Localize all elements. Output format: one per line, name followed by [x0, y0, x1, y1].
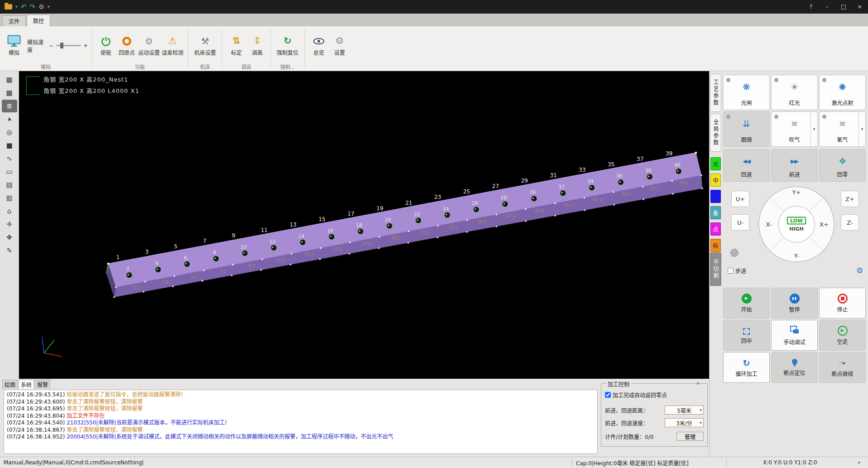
center-button[interactable]: 回中	[723, 320, 770, 351]
hole-feature[interactable]	[589, 185, 595, 191]
selection-handle[interactable]	[701, 175, 702, 176]
selection-handle[interactable]	[408, 242, 409, 244]
cad-canvas[interactable]: 2468101214161820222426283032343638401357…	[19, 71, 709, 379]
hole-feature[interactable]	[618, 179, 623, 185]
selection-handle[interactable]	[525, 221, 527, 222]
selection-handle[interactable]	[408, 231, 409, 232]
selection-handle[interactable]	[232, 264, 234, 265]
sidebar-tool-hatch[interactable]: ▤	[2, 179, 17, 191]
selection-handle[interactable]	[671, 180, 673, 182]
selection-handle[interactable]	[378, 248, 379, 249]
sidebar-tool-rows[interactable]: ▥	[2, 192, 17, 204]
step-checkbox[interactable]	[728, 268, 734, 274]
selection-handle[interactable]	[350, 242, 351, 243]
sidebar-tool-move[interactable]: ✥	[2, 231, 17, 244]
selection-handle[interactable]	[437, 225, 439, 227]
sim-speed-slider[interactable]	[56, 45, 81, 46]
go-zero-button[interactable]: ✥ 回零	[819, 149, 866, 182]
layer-button[interactable]: 标	[710, 239, 721, 252]
sidebar-tool-grid[interactable]: ▦	[2, 73, 17, 86]
hole-feature[interactable]	[213, 256, 219, 261]
jog-x-minus[interactable]: X-	[762, 221, 776, 228]
hole-feature[interactable]	[329, 234, 335, 240]
jog-y-plus[interactable]: Y+	[790, 189, 803, 196]
hole-feature[interactable]	[647, 174, 652, 180]
jog-z-minus[interactable]: Z-	[841, 214, 859, 231]
layer-button[interactable]	[710, 190, 721, 203]
selection-handle[interactable]	[555, 215, 556, 217]
status-caret-icon[interactable]: ▾	[858, 461, 868, 465]
hole-feature[interactable]	[271, 245, 277, 251]
back-button[interactable]: ◀◀ 回退	[723, 149, 770, 182]
hole-feature[interactable]	[300, 239, 306, 245]
toggle-follow[interactable]: ⇊ 跟随	[723, 111, 770, 147]
motion-settings-button[interactable]: ⚙ 运动设置	[137, 34, 161, 57]
simulate-button[interactable]: 模拟	[4, 34, 24, 57]
jog-y-minus[interactable]: Y-	[790, 252, 803, 259]
selection-handle[interactable]	[107, 263, 109, 265]
cad-viewport[interactable]: 2468101214161820222426283032343638401357…	[19, 71, 709, 379]
force-reset-button[interactable]: ↻ 强制复位	[274, 34, 301, 57]
jog-speed-toggle[interactable]: LOW HIGH	[787, 217, 806, 232]
sidebar-tool-polyline[interactable]: ∿	[2, 152, 17, 165]
tab-no-cut[interactable]: 不切割	[710, 252, 721, 286]
selection-handle[interactable]	[695, 152, 697, 154]
beam-top-face[interactable]	[108, 153, 701, 287]
stop-button[interactable]: 停止	[819, 288, 866, 318]
jog-pad[interactable]: Y+ X- X+ Y- LOW HIGH	[758, 185, 835, 263]
selection-handle[interactable]	[702, 188, 703, 189]
selection-handle[interactable]	[320, 247, 321, 249]
selection-handle[interactable]	[291, 253, 292, 254]
oxygen-dropdown-icon[interactable]: ▾	[858, 112, 865, 146]
auto-return-checkbox[interactable]	[605, 392, 611, 398]
layer-button[interactable]: 备	[710, 206, 721, 219]
jog-x-plus[interactable]: X+	[817, 221, 831, 228]
tab-draw[interactable]: 绘图	[2, 380, 18, 389]
hole-feature[interactable]	[415, 217, 421, 223]
selection-handle[interactable]	[290, 264, 291, 265]
loop-process-button[interactable]: ↻ 循环加工	[723, 352, 770, 383]
toggle-oxygen[interactable]: ≋ 氧气 ▾	[819, 111, 866, 147]
sidebar-tool-pencil[interactable]: ✎	[2, 244, 17, 257]
tab-system[interactable]: 系统	[19, 380, 34, 389]
sidebar-tool-rect[interactable]: ▭	[2, 165, 17, 178]
selection-handle[interactable]	[260, 270, 262, 271]
selection-handle[interactable]	[643, 199, 644, 200]
low-speed-label[interactable]: LOW	[787, 217, 806, 225]
minimize-button[interactable]: –	[819, 0, 835, 14]
close-button[interactable]: ×	[852, 0, 868, 14]
jog-settings-gear-icon[interactable]: ⚙	[856, 267, 863, 275]
hole-feature[interactable]	[560, 190, 566, 196]
selection-handle[interactable]	[584, 197, 585, 198]
sidebar-tool-image[interactable]: ▩	[2, 87, 17, 99]
selection-handle[interactable]	[496, 226, 497, 227]
pause-button[interactable]: ▮▮ 暂停	[771, 288, 818, 318]
tab-nc[interactable]: 数控	[27, 14, 50, 26]
jog-z-plus[interactable]: Z+	[841, 191, 859, 207]
layer-button[interactable]: 中	[710, 174, 721, 187]
error-detect-button[interactable]: ⚠ 误差检测	[161, 34, 184, 57]
selection-handle[interactable]	[262, 259, 263, 260]
selection-handle[interactable]	[144, 281, 146, 282]
selection-handle[interactable]	[115, 287, 117, 288]
start-button[interactable]: ▶ 开始	[723, 288, 770, 318]
sidebar-tool-home[interactable]: ⌂	[2, 205, 17, 217]
hole-feature[interactable]	[358, 228, 364, 234]
selection-handle[interactable]	[114, 297, 115, 298]
blow-dropdown-icon[interactable]: ▾	[810, 112, 817, 146]
file-menu-icon[interactable]	[5, 4, 12, 10]
sidebar-tool-select[interactable]: ➤	[2, 113, 17, 125]
selection-handle[interactable]	[613, 192, 614, 193]
file-menu-caret-icon[interactable]: ▾	[15, 5, 18, 9]
calibrate-button[interactable]: ⇅ 标定	[226, 34, 247, 57]
selection-handle[interactable]	[319, 259, 321, 260]
hole-feature[interactable]	[387, 223, 393, 229]
quick-settings-gear-icon[interactable]: ⚙	[38, 4, 44, 10]
layer-button[interactable]: 光	[710, 157, 721, 170]
hole-feature[interactable]	[676, 169, 681, 174]
layer-button[interactable]: 点	[710, 222, 721, 236]
maximize-button[interactable]: □	[835, 0, 852, 14]
tab-global-params[interactable]: 全局参数	[710, 114, 721, 152]
selection-handle[interactable]	[614, 204, 615, 206]
breakpoint-continue-button[interactable]: ┄▸ 断点继续	[819, 352, 866, 383]
